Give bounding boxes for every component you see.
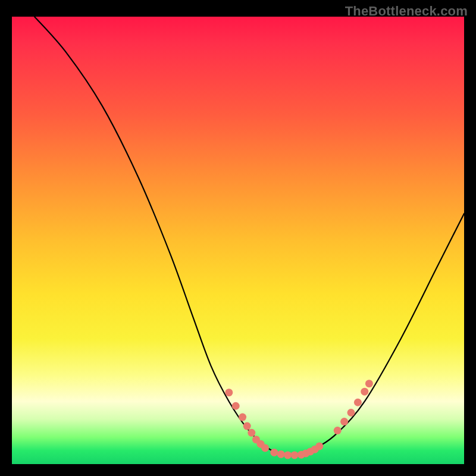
data-dot — [340, 418, 348, 425]
data-dot — [365, 380, 373, 387]
plot-area — [12, 17, 464, 464]
data-dot — [284, 451, 292, 459]
data-dot — [232, 402, 240, 410]
data-dot — [277, 450, 285, 458]
data-dot — [239, 414, 246, 421]
chart-frame: TheBottleneck.com — [0, 0, 476, 476]
data-dot — [361, 388, 368, 396]
data-dot — [354, 399, 362, 406]
bottleneck-curve — [35, 17, 464, 456]
curve-layer — [12, 17, 464, 464]
data-dot — [261, 444, 269, 452]
data-dot — [243, 422, 251, 430]
data-dot — [347, 409, 355, 416]
data-dot — [248, 429, 255, 437]
data-dot — [225, 389, 233, 396]
data-dot — [334, 427, 342, 434]
data-dot — [270, 449, 278, 456]
data-dot — [291, 451, 299, 459]
data-dot — [315, 442, 323, 450]
